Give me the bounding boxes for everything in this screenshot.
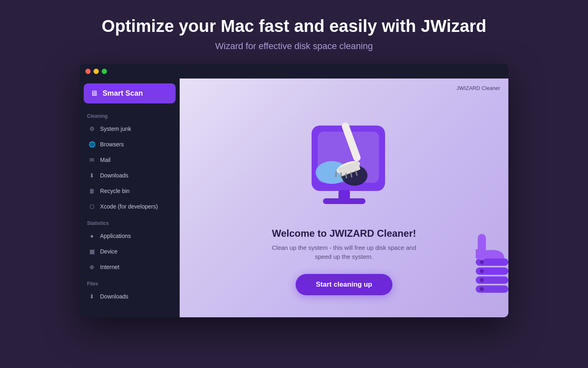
device-label: Device [100,248,118,255]
svg-point-20 [480,269,484,273]
recycle-bin-label: Recycle bin [100,188,129,194]
svg-point-22 [480,287,484,291]
page-header: Optimize your Mac fast and easily with J… [0,0,588,60]
maximize-button[interactable] [102,69,107,74]
internet-label: Internet [100,264,119,270]
app-name-label: JWIZARD Cleaner [457,85,500,91]
svg-rect-13 [323,198,365,204]
sidebar-item-system-junk[interactable]: ⚙ System junk [84,121,176,136]
title-bar [80,64,508,79]
smart-scan-label: Smart Scan [102,89,143,98]
smart-scan-button[interactable]: 🖥 Smart Scan [84,83,176,103]
main-content: JWIZARD Cleaner [180,79,508,317]
mail-icon: ✉ [88,156,96,164]
start-cleaning-button[interactable]: Start cleaning up [296,274,393,295]
mail-label: Mail [100,157,111,163]
xcode-label: Xcode (for developers) [100,203,158,210]
sidebar-item-files-downloads[interactable]: ⬇ Downloads [84,289,176,304]
recycle-bin-icon: 🗑 [88,187,96,195]
window-body: 🖥 Smart Scan Cleaning ⚙ System junk 🌐 Br… [80,79,508,317]
browsers-label: Browsers [100,141,124,148]
sidebar-item-xcode[interactable]: ⬡ Xcode (for developers) [84,199,176,214]
traffic-lights [85,69,107,74]
cleaning-section: Cleaning ⚙ System junk 🌐 Browsers ✉ Mail… [84,112,176,215]
thumbs-up-decoration [472,226,508,301]
files-section-label: Files [84,281,176,287]
sidebar-item-mail[interactable]: ✉ Mail [84,153,176,167]
applications-icon: ● [88,232,96,240]
files-section: Files ⬇ Downloads [84,279,176,305]
applications-label: Applications [100,233,131,239]
internet-icon: ⊕ [88,263,96,271]
smart-scan-icon: 🖥 [90,89,98,98]
svg-point-21 [480,278,484,282]
page-subtitle: Wizard for effective disk space cleaning [8,41,580,52]
sidebar-item-browsers[interactable]: 🌐 Browsers [84,137,176,152]
device-icon: ▦ [88,247,96,256]
app-illustration [287,101,401,215]
sidebar-item-recycle-bin[interactable]: 🗑 Recycle bin [84,184,176,198]
minimize-button[interactable] [94,69,99,74]
system-junk-icon: ⚙ [88,125,96,133]
close-button[interactable] [85,69,91,74]
sidebar-item-internet[interactable]: ⊕ Internet [84,260,176,274]
page-title: Optimize your Mac fast and easily with J… [8,16,580,36]
statistics-section: Statistics ● Applications ▦ Device ⊕ Int… [84,219,176,275]
app-window: 🖥 Smart Scan Cleaning ⚙ System junk 🌐 Br… [80,64,508,317]
sidebar-item-device[interactable]: ▦ Device [84,244,176,259]
files-downloads-label: Downloads [100,293,128,300]
statistics-section-label: Statistics [84,220,176,226]
browsers-icon: 🌐 [88,140,96,148]
sidebar-item-applications[interactable]: ● Applications [84,229,176,243]
svg-point-19 [480,260,484,264]
sidebar: 🖥 Smart Scan Cleaning ⚙ System junk 🌐 Br… [80,79,180,317]
xcode-icon: ⬡ [88,202,96,211]
downloads-icon: ⬇ [88,171,96,180]
system-junk-label: System junk [100,126,131,132]
welcome-subtitle: Clean up the system - this will free up … [271,243,418,262]
files-downloads-icon: ⬇ [88,292,96,301]
sidebar-item-downloads[interactable]: ⬇ Downloads [84,168,176,183]
cleaning-section-label: Cleaning [84,113,176,119]
downloads-label: Downloads [100,172,128,179]
welcome-title: Welcome to JWIZARD Cleaner! [272,228,416,239]
